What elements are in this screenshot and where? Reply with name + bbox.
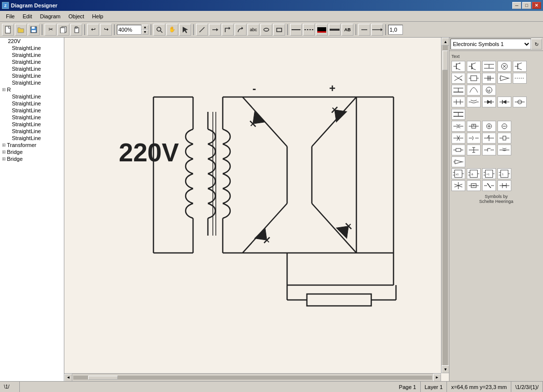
tree-item-sl12[interactable]: StraightLine [0,128,64,135]
symbol-item-22[interactable] [482,121,496,132]
symbol-item-6[interactable] [451,73,465,84]
symbol-item-28[interactable] [451,145,465,155]
symbol-item-8[interactable] [482,73,496,84]
line-width-control[interactable]: 1,0 [388,25,403,35]
thick-line-button[interactable] [329,24,341,36]
symbol-item-34[interactable]: & [467,168,481,179]
symbol-item-30[interactable] [482,145,496,155]
symbol-library-select[interactable]: Electronic Symbols 1 [450,39,531,49]
symbol-item-12[interactable] [467,85,481,96]
symbol-item-9[interactable] [497,73,511,84]
copy-button[interactable] [57,24,69,36]
cut-button[interactable]: ✂ [45,24,56,36]
menu-edit[interactable]: Edit [19,12,36,20]
symbol-item-11[interactable] [451,85,465,96]
symbol-item-2[interactable] [467,61,481,72]
symbol-item-18[interactable] [513,97,527,107]
symbol-item-39[interactable] [482,180,496,191]
symbol-item-24[interactable] [451,133,465,144]
symbol-item-13[interactable]: M [482,85,496,96]
redo-button[interactable]: ↪ [100,24,112,36]
arrow-tool[interactable] [209,24,221,36]
rect-tool[interactable] [273,24,285,36]
tree-item-sl8[interactable]: StraightLine [0,100,64,107]
symbol-item-10[interactable] [513,73,527,84]
symbol-item-7[interactable] [467,73,481,84]
tree-item-sl13[interactable]: StraightLine [0,135,64,142]
tree-group-r[interactable]: ⊞ R [0,86,64,93]
symbol-item-33[interactable]: ≥1 [451,168,465,179]
symbol-item-32[interactable] [451,156,465,167]
scroll-track-horizontal[interactable] [73,376,432,380]
symbol-item-1[interactable] [451,61,465,72]
scroll-left-button[interactable]: ◄ [64,374,72,382]
symbol-item-29[interactable] [467,145,481,155]
tree-item-220v[interactable]: 220V [0,38,64,45]
zoom-down-button[interactable]: ▼ [142,30,148,35]
open-button[interactable] [15,24,27,36]
symbol-item-38[interactable] [467,180,481,191]
symbol-item-3[interactable] [482,61,496,72]
paste-button[interactable] [70,24,82,36]
symbol-item-14[interactable] [451,97,465,107]
tree-item-sl7[interactable]: StraightLine [0,93,64,100]
undo-button[interactable]: ↩ [87,24,99,36]
menu-object[interactable]: Object [64,12,88,20]
scroll-thumb-horizontal[interactable] [88,376,118,380]
text-tool[interactable]: abc [247,24,259,36]
symbol-item-23[interactable] [497,121,511,132]
tree-item-sl3[interactable]: StraightLine [0,58,64,65]
tree-group-transformer[interactable]: ⊞ Transformer [0,142,64,148]
scroll-up-button[interactable]: ▲ [442,38,449,46]
tree-item-sl9[interactable]: StraightLine [0,107,64,114]
tree-item-sl5[interactable]: StraightLine [0,72,64,79]
close-button[interactable]: ✕ [532,2,541,9]
symbol-item-5[interactable] [513,61,527,72]
symbol-item-16[interactable] [482,97,496,107]
symbol-item-17[interactable] [497,97,511,107]
long-arrow-button[interactable] [371,24,383,36]
pointer-button[interactable] [179,24,191,36]
curved-tool[interactable] [235,24,247,36]
scroll-thumb-vertical[interactable] [443,50,448,70]
zoom-up-button[interactable]: ▲ [142,25,148,30]
line-width-input[interactable]: 1,0 [388,25,403,35]
symbol-item-27[interactable] [497,133,511,144]
line-tool[interactable] [196,24,208,36]
scroll-track-vertical[interactable] [443,46,448,365]
symbol-item-21[interactable] [467,121,481,132]
symbol-item-20[interactable] [451,121,465,132]
symbol-item-4[interactable] [497,61,511,72]
ellipse-tool[interactable] [260,24,272,36]
symbol-item-31[interactable] [497,145,511,155]
tree-item-sl2[interactable]: StraightLine [0,51,64,58]
elbow-tool[interactable] [222,24,234,36]
canvas-area[interactable]: 220V [64,38,449,381]
symbol-item-19[interactable] [451,109,465,120]
minimize-button[interactable]: ─ [512,2,521,9]
symbol-item-40[interactable] [497,180,511,191]
ab-button[interactable]: AB [342,24,353,36]
symbol-item-35[interactable]: =1 [482,168,496,179]
menu-help[interactable]: Help [88,12,107,20]
menu-diagram[interactable]: Diagram [36,12,65,20]
zoom-control[interactable]: 400% ▲ ▼ [117,25,148,35]
tree-group-bridge1[interactable]: ⊞ Bridge [0,148,64,155]
refresh-button[interactable]: ↻ [531,39,542,49]
save-button[interactable] [28,24,40,36]
tree-item-sl10[interactable]: StraightLine [0,114,64,121]
pan-button[interactable]: ✋ [166,24,178,36]
fill-color-button[interactable] [316,24,328,36]
tree-item-sl11[interactable]: StraightLine [0,121,64,128]
symbol-item-37[interactable] [451,180,465,191]
symbol-item-26[interactable] [482,133,496,144]
new-button[interactable] [2,24,14,36]
symbol-item-25[interactable] [467,133,481,144]
dashed-line-button[interactable] [303,24,315,36]
symbol-item-15[interactable] [467,97,481,107]
search-button[interactable] [153,24,165,36]
tree-group-bridge2[interactable]: ⊞ Bridge [0,155,64,162]
solid-line-button[interactable] [290,24,302,36]
short-line-button[interactable] [358,24,370,36]
tree-item-sl4[interactable]: StraightLine [0,65,64,72]
